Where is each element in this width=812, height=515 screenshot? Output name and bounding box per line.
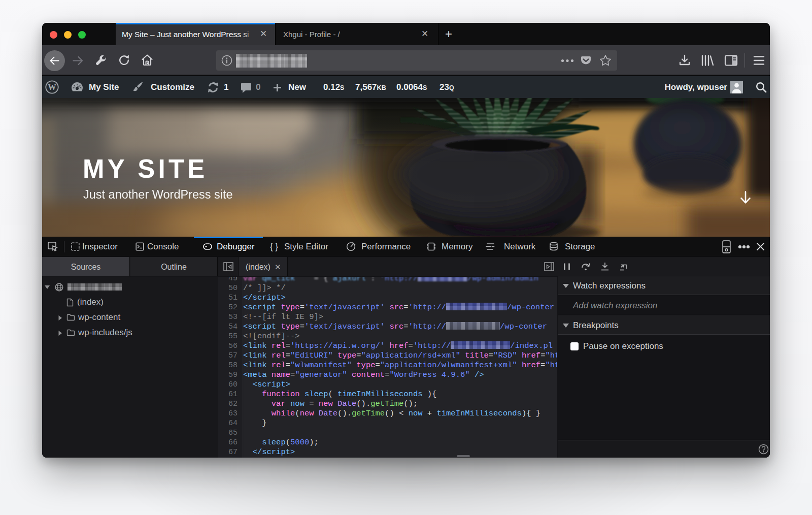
svg-text:MY SITE: MY SITE [83,154,208,183]
svg-text:Just another WordPress site: Just another WordPress site [83,188,233,201]
svg-text:W: W [48,82,56,92]
